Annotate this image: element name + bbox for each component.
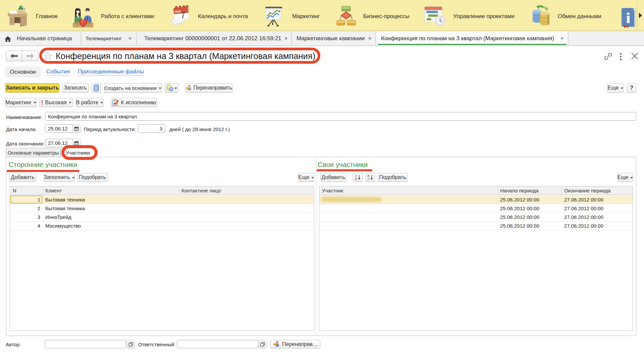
svg-text:Я: Я bbox=[355, 177, 357, 180]
svg-text:7: 7 bbox=[180, 10, 186, 20]
svg-text:А: А bbox=[367, 177, 370, 180]
